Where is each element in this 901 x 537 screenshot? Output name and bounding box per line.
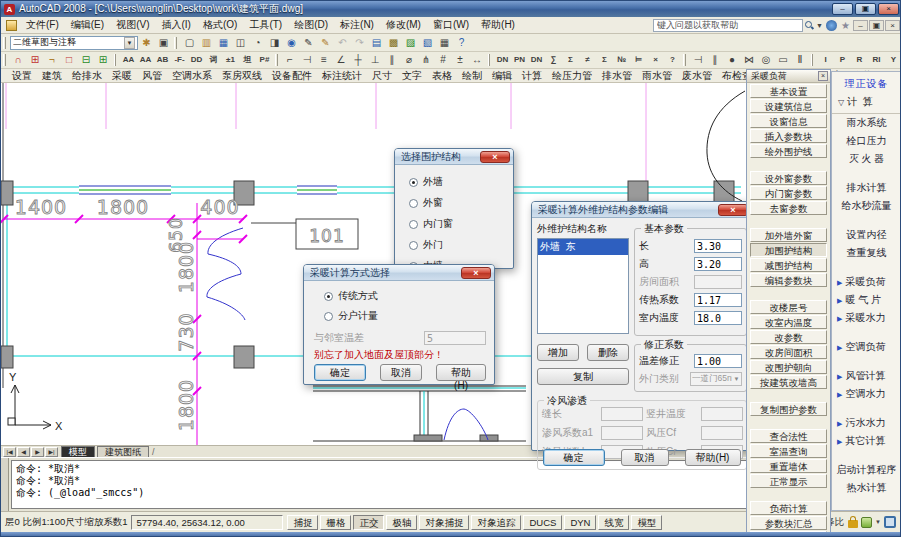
heating-panel-button[interactable]: 编辑参数块 bbox=[750, 273, 827, 287]
text-height-tool-icon[interactable]: AA bbox=[137, 53, 154, 68]
letter-ri-tool-icon[interactable]: RI bbox=[868, 53, 885, 68]
pipe-help-icon[interactable]: ? bbox=[664, 53, 681, 68]
command-window-grip[interactable] bbox=[1, 458, 9, 511]
palette-item[interactable]: 采暖水力 bbox=[832, 309, 901, 327]
delete-button[interactable]: 删除 bbox=[587, 344, 629, 361]
tray-settings-icon[interactable] bbox=[861, 517, 872, 528]
designcenter-icon[interactable]: ▩ bbox=[385, 35, 402, 50]
status-toggle[interactable]: 捕捉 bbox=[287, 515, 318, 530]
pipe-no-icon[interactable]: № bbox=[613, 53, 630, 68]
toolbar-grip[interactable] bbox=[114, 54, 117, 66]
room-tool-icon[interactable]: □ bbox=[61, 53, 78, 68]
status-toggle[interactable]: 模型 bbox=[631, 515, 662, 530]
status-toggle[interactable]: 极轴 bbox=[386, 515, 417, 530]
menu-item[interactable]: 文件(F) bbox=[20, 18, 65, 32]
heating-panel-button[interactable]: 绘外围护线 bbox=[750, 144, 827, 158]
plugin-menu-item[interactable]: 排水管 bbox=[597, 69, 637, 83]
redo-icon[interactable]: ↷ bbox=[351, 35, 368, 50]
plugin-menu-item[interactable]: 建筑 bbox=[37, 69, 67, 83]
coordinates-display[interactable]: 57794.40, 25634.12, 0.00 bbox=[131, 515, 283, 530]
dwf-icon[interactable]: ◉ bbox=[283, 35, 300, 50]
status-toggle[interactable]: DUCS bbox=[523, 515, 562, 530]
palette-item[interactable]: 污水水力 bbox=[832, 414, 901, 432]
layout-tab[interactable]: 建筑图纸 bbox=[97, 446, 149, 457]
listbox-selected-item[interactable]: 外墙 东 bbox=[538, 239, 628, 255]
rect-tool-icon[interactable]: ▭ bbox=[775, 53, 792, 68]
palette-item[interactable]: 其它计算 bbox=[832, 432, 901, 450]
plugin-menu-item[interactable]: 空调水系 bbox=[167, 69, 217, 83]
heating-panel-button[interactable]: 按建筑改墙高 bbox=[750, 375, 827, 389]
text-tool-icon[interactable]: AA bbox=[120, 53, 137, 68]
dim-parallel-icon[interactable]: ∥ bbox=[384, 53, 401, 68]
pipe-sigma2-icon[interactable]: Σ bbox=[596, 53, 613, 68]
field-input[interactable] bbox=[701, 426, 743, 440]
pipe-dn-icon[interactable]: DN bbox=[494, 53, 511, 68]
add-button[interactable]: 增加 bbox=[537, 344, 579, 361]
field-input[interactable] bbox=[694, 311, 742, 325]
pipe-sigma-icon[interactable]: Σ bbox=[562, 53, 579, 68]
heating-panel-button[interactable]: 插入参数块 bbox=[750, 129, 827, 143]
calculator-icon[interactable]: ▦ bbox=[436, 35, 453, 50]
toolbar-grip[interactable] bbox=[683, 54, 686, 66]
palette-item[interactable]: 暖 气 片 bbox=[832, 291, 901, 309]
palette-item[interactable]: 排水计算 bbox=[832, 179, 901, 197]
parallel-pipe-icon[interactable]: ∥ bbox=[707, 53, 724, 68]
toolbar-grip[interactable] bbox=[811, 54, 814, 66]
plugin-menu-item[interactable]: 风管 bbox=[137, 69, 167, 83]
heating-panel-button[interactable]: 改楼层号 bbox=[750, 300, 827, 314]
heating-panel-button[interactable]: 加围护结构 bbox=[750, 243, 827, 257]
sheetset-icon[interactable]: ▧ bbox=[419, 35, 436, 50]
menu-item[interactable]: 标注(N) bbox=[334, 18, 380, 32]
plugin-menu-item[interactable]: 绘压力管 bbox=[547, 69, 597, 83]
help-button[interactable]: 帮助(H) bbox=[685, 449, 741, 466]
plugin-menu-item[interactable]: 设置 bbox=[7, 69, 37, 83]
plugin-menu-item[interactable]: 绘制 bbox=[457, 69, 487, 83]
heating-panel-button[interactable]: 改参数 bbox=[750, 330, 827, 344]
dim-hash-icon[interactable]: # bbox=[435, 53, 452, 68]
clean-screen-icon[interactable] bbox=[884, 516, 896, 528]
autocad-app-icon[interactable]: A bbox=[4, 4, 15, 15]
palette-item[interactable]: 雨水系统 bbox=[832, 114, 901, 132]
layout-tab[interactable]: 模型 bbox=[61, 446, 95, 457]
toolpalettes-icon[interactable]: ▨ bbox=[402, 35, 419, 50]
radio-icon[interactable] bbox=[409, 220, 418, 229]
heating-panel-button[interactable]: 设建筑信息 bbox=[750, 99, 827, 113]
enclosure-radio-option[interactable]: 外门 bbox=[409, 238, 513, 252]
pipe-dn2-icon[interactable]: DN bbox=[528, 53, 545, 68]
dialog-title-bar[interactable]: 选择围护结构 × bbox=[395, 149, 513, 165]
palette-item[interactable]: 空调水力 bbox=[832, 385, 901, 403]
status-toggle[interactable]: 对象捕捉 bbox=[419, 515, 469, 530]
plugin-menu-item[interactable]: 废水管 bbox=[677, 69, 717, 83]
cancel-button[interactable]: 取消 bbox=[621, 449, 669, 466]
radio-icon[interactable] bbox=[409, 178, 418, 187]
toolbar-grip[interactable] bbox=[3, 54, 6, 66]
workspace-combobox[interactable]: 二维草图与注释 ▼ bbox=[10, 36, 138, 50]
window-tool-icon[interactable]: ⊟ bbox=[78, 53, 95, 68]
radio-icon[interactable] bbox=[324, 312, 333, 321]
annotation-lock-icon[interactable] bbox=[848, 520, 858, 528]
panel-close-icon[interactable]: × bbox=[818, 71, 828, 81]
pipe-del-icon[interactable]: × bbox=[647, 53, 664, 68]
palette-item[interactable]: 热水计算 bbox=[832, 479, 901, 497]
dim-linear-icon[interactable]: ⌐ bbox=[282, 53, 299, 68]
field-input[interactable] bbox=[701, 407, 743, 421]
target-tool-icon[interactable]: ◎ bbox=[758, 53, 775, 68]
dialog-title-bar[interactable]: 采暖计算外维护结构参数编辑 × bbox=[532, 202, 751, 218]
temp-correction-input[interactable] bbox=[694, 354, 742, 368]
heating-panel-button[interactable]: 查合法性 bbox=[750, 429, 827, 443]
ok-button[interactable]: 确定 bbox=[543, 449, 605, 466]
heating-panel-button[interactable]: 设窗信息 bbox=[750, 114, 827, 128]
tab-nav-icon[interactable]: ▶| bbox=[45, 447, 58, 457]
pnum-tool-icon[interactable]: P# bbox=[256, 53, 273, 68]
point-tool-icon[interactable]: ● bbox=[724, 53, 741, 68]
field-input[interactable] bbox=[694, 293, 742, 307]
dim-tol-icon[interactable]: ± bbox=[452, 53, 469, 68]
field-input[interactable] bbox=[601, 426, 643, 440]
toolbar-grip[interactable] bbox=[174, 37, 177, 49]
pencil-icon[interactable]: ✎ bbox=[300, 35, 317, 50]
enclosure-radio-option[interactable]: 内门窗 bbox=[409, 217, 513, 231]
plugin-menu-item[interactable]: 尺寸 bbox=[367, 69, 397, 83]
palette-item[interactable]: 采暖负荷 bbox=[832, 273, 901, 291]
workspace-dropdown-icon[interactable]: ▼ bbox=[124, 37, 135, 49]
ok-button[interactable]: 确定 bbox=[314, 364, 366, 381]
